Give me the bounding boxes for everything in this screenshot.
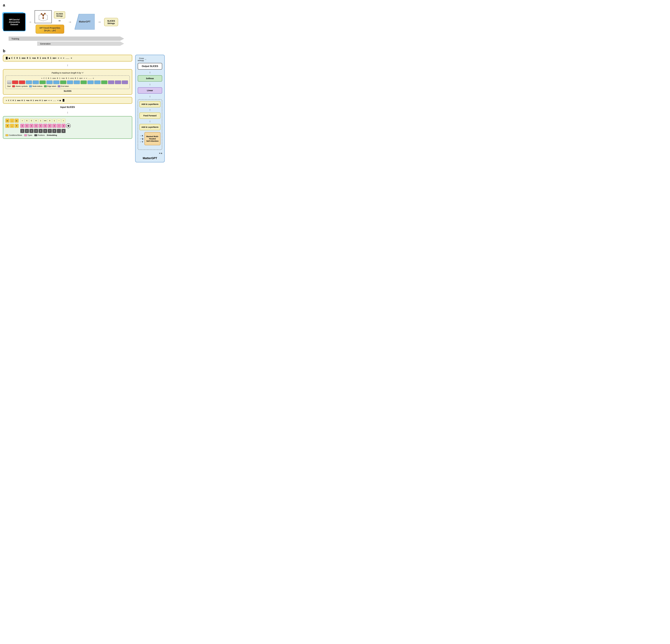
embed-pos-2: 2 bbox=[25, 129, 29, 133]
inner-dashed-box: > C C 0 1 ooo 0 1 +oo 0 1 o+o 0 1 oo+ < … bbox=[5, 76, 130, 89]
embed-type-1b: 1 bbox=[25, 124, 29, 128]
embed-type-0a: 0 bbox=[5, 124, 10, 128]
token-end-1 bbox=[108, 80, 114, 84]
input-slices-label: Input SLICES bbox=[3, 106, 132, 108]
embed-pn: pₙ bbox=[15, 119, 18, 123]
softmax-label: Softmax bbox=[146, 77, 154, 80]
q-text: Q bbox=[142, 138, 143, 140]
v-text: V bbox=[142, 141, 143, 143]
arrow-to-dashed: ↑ bbox=[138, 95, 162, 98]
slices-output-label: SLICES Strings bbox=[107, 19, 115, 25]
embed-type-1a: 1 bbox=[20, 124, 24, 128]
embed-type-1f: 1 bbox=[43, 124, 47, 128]
kqv-labels: → K → Q → V bbox=[139, 135, 143, 143]
bidirectional-arrow: ⇔ bbox=[58, 19, 61, 22]
token-node-6 bbox=[73, 80, 80, 84]
token-node-1 bbox=[26, 80, 32, 84]
generation-arrow: Generation bbox=[37, 41, 165, 46]
dft-properties-box: DFT-level Properties (p₁,p₂,...,pₙ) bbox=[36, 25, 64, 34]
arrow-k: → bbox=[139, 135, 141, 137]
padded-sequence: > C C 0 1 ooo 0 1 +oo 0 1 o+o 0 1 oo+ < … bbox=[7, 77, 128, 79]
panel-b: b ■ C C 0 1 ooo 0 1 +oo 0 1 o+o 0 1 oo+ … bbox=[3, 49, 165, 162]
embed-gt: > bbox=[20, 119, 24, 123]
padding-box: Padding to maximum length N by '<' > C C… bbox=[3, 69, 132, 95]
cross-entropy-label: Cross entropy bbox=[138, 57, 144, 62]
token-node-3 bbox=[46, 80, 53, 84]
embed-row-3: 1 2 3 4 5 6 7 8 ··· N bbox=[5, 129, 130, 133]
end-label: End token bbox=[61, 85, 69, 87]
embed-type-0b: 0 bbox=[15, 124, 18, 128]
embed-ooo: ooo bbox=[43, 119, 47, 123]
embed-row-1: p₁ ... pₙ > C C 0 1 ooo 0 1 ··· < bbox=[5, 119, 130, 123]
positions-legend-label: Positions bbox=[38, 134, 45, 136]
crystal-container: SLICES Strings ⇔ bbox=[35, 10, 65, 23]
arrow-to-linear: ↑ bbox=[138, 83, 162, 86]
atomic-swatch bbox=[12, 85, 15, 87]
slices-output-box: SLICES Strings bbox=[104, 18, 118, 26]
embed-C1: C bbox=[25, 119, 29, 123]
embed-pos-1: 1 bbox=[20, 129, 24, 133]
mattergpt-trapezoid: MatterGPT bbox=[75, 14, 95, 30]
legend-start: Start bbox=[7, 85, 11, 87]
panel-a: a MP/Jarvis/ Alexandria Dataset → bbox=[3, 3, 165, 46]
legend-conditions: Conditions/Slices bbox=[5, 134, 22, 136]
dataset-box: MP/Jarvis/ Alexandria Dataset bbox=[3, 13, 26, 31]
training-arrow: Training bbox=[9, 37, 165, 41]
generation-arrowhead bbox=[120, 41, 124, 46]
token-edge-3 bbox=[81, 80, 87, 84]
input-slices-string: > C C 0 1 ooo 0 1 +oo 0 1 o+o 0 1 oo+ < … bbox=[6, 99, 61, 102]
left-arrow-cross: ← bbox=[145, 58, 147, 61]
training-label: Training bbox=[11, 38, 19, 40]
slices-arrows: SLICES Strings ⇔ bbox=[54, 11, 65, 22]
legend-edge: Edge labels bbox=[44, 85, 56, 87]
generation-label: Generation bbox=[40, 42, 51, 45]
crystal-svg bbox=[36, 11, 50, 23]
conditions-swatch bbox=[5, 134, 8, 136]
mattergpt-bottom-title: MatterGPT bbox=[138, 157, 162, 160]
arrow-up-1: ↑ bbox=[3, 64, 132, 67]
mattergpt-text: MatterGPT bbox=[79, 21, 91, 23]
embed-pos-8: 8 bbox=[52, 129, 56, 133]
embed-cdots: ··· bbox=[57, 119, 61, 123]
add-norm1-label: Add & LayerNorm bbox=[142, 103, 159, 105]
training-generation: Training Generation bbox=[3, 37, 165, 46]
k-text: K bbox=[142, 135, 143, 137]
mattergpt-panel: Cross entropy ← Output SLICES ↑ Softmax … bbox=[135, 55, 165, 162]
node-swatch bbox=[29, 85, 32, 87]
token-edge-2 bbox=[60, 80, 66, 84]
embedding-legend-label: Embedding bbox=[47, 134, 57, 136]
panel-b-left: ■ C C 0 1 ooo 0 1 +oo 0 1 o+o 0 1 oo+ < … bbox=[3, 55, 132, 162]
arrow-dataset-to-middle: → bbox=[29, 20, 32, 24]
arrow-to-add-norm2: ↑ bbox=[139, 120, 160, 123]
types-swatch bbox=[24, 134, 27, 136]
dft-label: DFT-level Properties (p₁,p₂,...,pₙ) bbox=[39, 27, 60, 31]
token-node-2 bbox=[32, 80, 39, 84]
legend-end: End token bbox=[58, 85, 69, 87]
slices-top-label: SLICES Strings bbox=[56, 13, 63, 17]
embed-dots1: ... bbox=[10, 119, 14, 123]
panel-b-content: ■ C C 0 1 ooo 0 1 +oo 0 1 o+o 0 1 oo+ < … bbox=[3, 55, 165, 162]
arrow-v: → bbox=[139, 141, 141, 143]
token-node-4 bbox=[53, 80, 59, 84]
arrow-to-output: → bbox=[97, 20, 101, 24]
token-end-3 bbox=[122, 80, 128, 84]
embed-type-1i: 1 bbox=[62, 124, 66, 128]
repeat-label: × n bbox=[138, 152, 162, 155]
embed-p1: p₁ bbox=[5, 119, 10, 123]
legend-node: Node indices bbox=[29, 85, 42, 87]
token-edge-1 bbox=[39, 80, 46, 84]
atomic-label: Atomic symbols bbox=[16, 85, 28, 87]
arrow-to-softmax: ↑ bbox=[138, 71, 162, 74]
conditions-legend-label: Conditions/Slices bbox=[9, 134, 22, 136]
embed-legend: Conditions/Slices Types Positions Embedd… bbox=[5, 134, 130, 136]
embed-type-1c: 1 bbox=[29, 124, 34, 128]
input-slices-box: > C C 0 1 ooo 0 1 +oo 0 1 o+o 0 1 oo+ < … bbox=[3, 97, 132, 104]
edge-label: Edge labels bbox=[47, 85, 56, 87]
kqv-attention-row: → K → Q → V Masked bbox=[139, 132, 160, 145]
feedforward-label: Feed Forward bbox=[144, 115, 157, 117]
embed-row-2: 0 ... 0 1 1 1 1 1 1 1 1 ··· 1 ⊕ bbox=[5, 123, 130, 128]
token-row bbox=[7, 80, 128, 84]
token-node-8 bbox=[94, 80, 100, 84]
edge-swatch bbox=[44, 85, 47, 87]
embed-type-dots: ... bbox=[10, 124, 14, 128]
